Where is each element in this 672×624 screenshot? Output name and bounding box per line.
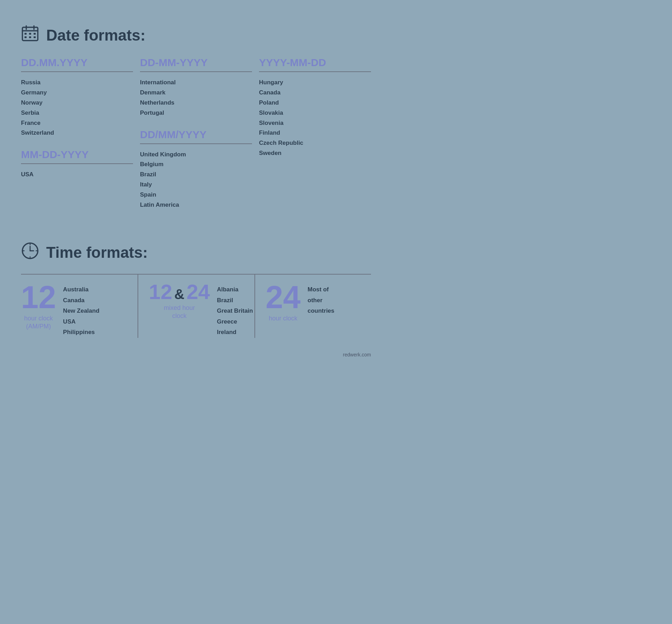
list-item: Most ofothercountries <box>308 284 335 317</box>
mixed-twelve-number: 12 <box>149 282 172 303</box>
list-item: Greece <box>217 317 253 327</box>
list-item: Russia <box>21 78 133 88</box>
list-item: New Zealand <box>63 306 99 317</box>
list-item: Netherlands <box>140 98 252 108</box>
twelve-hour-col: 12 hour clock(AM/PM) Australia Canada Ne… <box>21 274 138 338</box>
svg-rect-5 <box>29 33 31 35</box>
dd-mm-yyyy-slash-group: DD/MM/YYYY United Kingdom Belgium Brazil… <box>140 129 252 210</box>
svg-rect-7 <box>24 36 27 38</box>
list-item: Philippines <box>63 327 99 338</box>
list-item: USA <box>63 317 99 327</box>
list-item: Italy <box>140 180 252 190</box>
date-formats-heading: Date formats: <box>46 27 146 44</box>
dd-mm-yyyy-dash-label: DD-MM-YYYY <box>140 57 252 72</box>
list-item: Ireland <box>217 327 253 338</box>
mixed-amp: & <box>174 286 184 302</box>
yyyy-mm-dd-label: YYYY-MM-DD <box>259 57 371 72</box>
date-col-1: DD.MM.YYYY Russia Germany Norway Serbia … <box>21 57 133 221</box>
twentyfour-hour-col: 24 hour clock Most ofothercountries <box>254 274 371 338</box>
time-formats-grid: 12 hour clock(AM/PM) Australia Canada Ne… <box>21 274 371 338</box>
list-item: Canada <box>259 88 371 98</box>
svg-rect-4 <box>24 33 27 35</box>
dd-mm-yyyy-dot-countries: Russia Germany Norway Serbia France Swit… <box>21 78 133 138</box>
mixed-hour-col: 12 & 24 mixed hourclock Albania Brazil G… <box>138 274 254 338</box>
list-item: USA <box>21 170 133 180</box>
twentyfour-hour-block: 24 hour clock <box>266 282 301 322</box>
time-section-title: Time formats: <box>21 242 371 263</box>
date-col-3: YYYY-MM-DD Hungary Canada Poland Slovaki… <box>259 57 371 221</box>
list-item: Portugal <box>140 108 252 118</box>
list-item: Sweden <box>259 148 371 158</box>
list-item: Poland <box>259 98 371 108</box>
mm-dd-yyyy-label: MM-DD-YYYY <box>21 149 133 164</box>
twelve-hour-number: 12 <box>21 282 56 313</box>
list-item: Great Britain <box>217 306 253 317</box>
svg-rect-6 <box>34 33 36 35</box>
date-section-title: Date formats: <box>21 24 371 46</box>
dd-mm-yyyy-dot-group: DD.MM.YYYY Russia Germany Norway Serbia … <box>21 57 133 138</box>
date-section: Date formats: DD.MM.YYYY Russia Germany … <box>21 24 371 221</box>
list-item: Switzerland <box>21 128 133 138</box>
date-formats-grid: DD.MM.YYYY Russia Germany Norway Serbia … <box>21 57 371 221</box>
date-col-2: DD-MM-YYYY International Denmark Netherl… <box>140 57 252 221</box>
list-item: Slovakia <box>259 108 371 118</box>
dd-mm-yyyy-slash-countries: United Kingdom Belgium Brazil Italy Spai… <box>140 150 252 210</box>
footer-text: redwerk.com <box>343 352 371 357</box>
mm-dd-yyyy-countries: USA <box>21 170 133 180</box>
list-item: Germany <box>21 88 133 98</box>
twelve-hour-block: 12 hour clock(AM/PM) <box>21 282 56 331</box>
list-item: Brazil <box>217 295 253 306</box>
mixed-hour-label: mixed hourclock <box>164 304 195 320</box>
list-item: International <box>140 78 252 88</box>
twelve-hour-countries: Australia Canada New Zealand USA Philipp… <box>63 282 99 338</box>
list-item: United Kingdom <box>140 150 252 160</box>
time-section: Time formats: 12 hour clock(AM/PM) Austr… <box>21 242 371 338</box>
time-formats-heading: Time formats: <box>46 244 148 261</box>
list-item: Denmark <box>140 88 252 98</box>
mixed-twentyfour-number: 24 <box>187 282 210 303</box>
list-item: Norway <box>21 98 133 108</box>
twentyfour-hour-countries: Most ofothercountries <box>308 282 335 317</box>
mixed-hour-countries: Albania Brazil Great Britain Greece Irel… <box>217 282 253 338</box>
yyyy-mm-dd-group: YYYY-MM-DD Hungary Canada Poland Slovaki… <box>259 57 371 158</box>
list-item: Latin America <box>140 200 252 210</box>
list-item: Spain <box>140 190 252 200</box>
twentyfour-hour-number: 24 <box>266 282 301 313</box>
clock-icon <box>21 242 39 263</box>
list-item: Belgium <box>140 159 252 170</box>
mixed-hour-block: 12 & 24 mixed hourclock <box>149 282 210 320</box>
list-item: Australia <box>63 284 99 295</box>
dd-mm-yyyy-dash-countries: International Denmark Netherlands Portug… <box>140 78 252 118</box>
dd-mm-yyyy-dot-label: DD.MM.YYYY <box>21 57 133 72</box>
list-item: Slovenia <box>259 118 371 128</box>
svg-rect-8 <box>29 36 31 38</box>
list-item: Brazil <box>140 170 252 180</box>
list-item: Finland <box>259 128 371 138</box>
dd-mm-yyyy-dash-group: DD-MM-YYYY International Denmark Netherl… <box>140 57 252 118</box>
calendar-icon <box>21 24 39 46</box>
list-item: Czech Republic <box>259 138 371 148</box>
twentyfour-hour-label: hour clock <box>269 314 298 322</box>
svg-rect-9 <box>34 36 36 38</box>
list-item: Hungary <box>259 78 371 88</box>
yyyy-mm-dd-countries: Hungary Canada Poland Slovakia Slovenia … <box>259 78 371 158</box>
dd-mm-yyyy-slash-label: DD/MM/YYYY <box>140 129 252 144</box>
footer: redwerk.com <box>21 352 371 357</box>
mixed-hour-numbers: 12 & 24 <box>149 282 210 303</box>
twelve-hour-label: hour clock(AM/PM) <box>24 314 53 331</box>
list-item: Canada <box>63 295 99 306</box>
mm-dd-yyyy-group: MM-DD-YYYY USA <box>21 149 133 180</box>
list-item: Albania <box>217 284 253 295</box>
list-item: Serbia <box>21 108 133 118</box>
list-item: France <box>21 118 133 128</box>
